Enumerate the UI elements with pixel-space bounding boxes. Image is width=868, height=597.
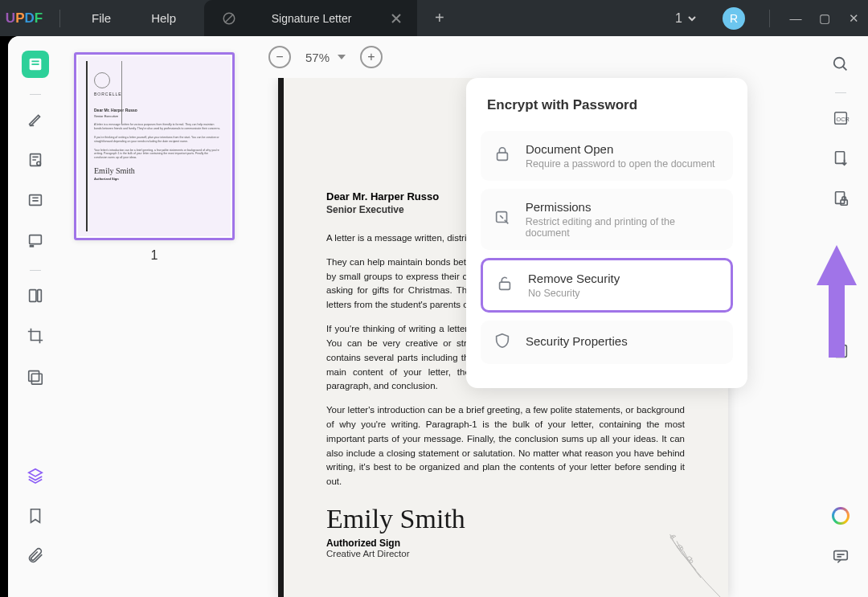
separator [30, 270, 41, 271]
svg-rect-9 [38, 290, 42, 302]
tab-doc-icon [222, 11, 236, 26]
theme-button[interactable] [832, 507, 850, 525]
watermark-button[interactable] [22, 362, 49, 390]
separator [59, 10, 60, 27]
svg-rect-22 [836, 192, 845, 204]
text-button[interactable] [22, 186, 49, 214]
unlock-icon [496, 275, 515, 296]
maximize-button[interactable]: ▢ [810, 11, 839, 26]
separator [30, 94, 41, 95]
ocr-button[interactable]: OCR [827, 104, 854, 132]
window-count[interactable]: 1 [662, 11, 710, 26]
doc-paragraph: Your letter's introduction can be a brie… [326, 403, 685, 489]
encrypt-panel: Encrypt with Password Document Open Requ… [466, 78, 747, 388]
hint-arrow-icon [817, 245, 857, 361]
zoom-toolbar: − 57% + [256, 36, 813, 78]
svg-point-14 [690, 560, 693, 563]
document-area: − 57% + BORCELLE Dear Mr. Harper Russo S… [256, 36, 813, 597]
document-tab[interactable]: Signature Letter [204, 0, 417, 36]
separator [835, 92, 846, 93]
svg-rect-17 [500, 282, 510, 289]
bookmark-button[interactable] [22, 502, 49, 530]
card-title: Document Open [526, 142, 715, 156]
app-logo: UPDF [0, 10, 48, 27]
svg-point-18 [834, 58, 845, 68]
page-thumbnail[interactable]: BORCELLE Dear Mr. Harper Russo Senior Ex… [74, 52, 235, 240]
protect-button[interactable] [827, 185, 854, 212]
tab-title: Signature Letter [248, 12, 375, 25]
minimize-button[interactable]: — [781, 11, 810, 25]
card-subtitle: Restrict editing and printing of the doc… [526, 216, 720, 239]
highlighter-button[interactable] [22, 106, 49, 133]
decorative-plant-icon [616, 501, 728, 597]
svg-rect-6 [30, 195, 42, 206]
permissions-card[interactable]: Permissions Restrict editing and printin… [481, 189, 733, 250]
convert-button[interactable] [827, 145, 854, 172]
svg-rect-8 [30, 290, 36, 302]
menu-file[interactable]: File [72, 11, 131, 25]
comment-button[interactable] [827, 542, 854, 570]
edit-lock-icon [493, 209, 513, 230]
svg-rect-21 [836, 152, 845, 164]
titlebar: UPDF File Help Signature Letter + 1 R — … [0, 0, 868, 36]
svg-text:OCR: OCR [837, 116, 850, 123]
card-title: Security Properties [526, 334, 628, 348]
panel-title: Encrypt with Password [481, 97, 733, 113]
zoom-value[interactable]: 57% [305, 51, 346, 64]
card-title: Permissions [526, 200, 720, 214]
organize-button[interactable] [22, 282, 49, 309]
svg-rect-25 [834, 551, 848, 560]
svg-rect-2 [31, 60, 39, 62]
lock-icon [493, 145, 513, 166]
separator [769, 10, 770, 27]
document-open-card[interactable]: Document Open Require a password to open… [481, 131, 733, 181]
chevron-down-icon [687, 14, 697, 23]
zoom-in-button[interactable]: + [360, 46, 383, 68]
menu-help[interactable]: Help [131, 11, 196, 25]
card-subtitle: Require a password to open the document [526, 158, 715, 170]
card-title: Remove Security [528, 272, 620, 285]
thumbnails-button[interactable] [22, 51, 49, 78]
fill-button[interactable] [22, 227, 49, 254]
svg-rect-15 [497, 153, 508, 160]
close-icon[interactable] [390, 12, 403, 25]
svg-point-5 [37, 162, 41, 166]
note-button[interactable] [22, 146, 49, 174]
search-button[interactable] [827, 51, 854, 78]
new-tab-button[interactable]: + [435, 9, 444, 27]
avatar[interactable]: R [723, 7, 745, 30]
left-toolbar [8, 36, 63, 597]
page-number: 1 [74, 248, 235, 263]
remove-security-card[interactable]: Remove Security No Security [481, 258, 733, 313]
card-subtitle: No Security [528, 288, 620, 299]
security-properties-card[interactable]: Security Properties [481, 321, 733, 364]
chevron-down-icon [338, 53, 346, 61]
zoom-out-button[interactable]: − [268, 46, 291, 68]
attachment-button[interactable] [22, 542, 49, 570]
svg-rect-10 [29, 371, 39, 382]
svg-rect-3 [31, 63, 39, 65]
close-button[interactable]: ✕ [839, 11, 868, 26]
svg-rect-7 [30, 235, 42, 244]
shield-icon [493, 332, 513, 353]
svg-rect-11 [31, 374, 42, 384]
layers-button[interactable] [22, 462, 49, 489]
crop-button[interactable] [22, 322, 49, 350]
thumbnail-panel: BORCELLE Dear Mr. Harper Russo Senior Ex… [63, 36, 256, 597]
